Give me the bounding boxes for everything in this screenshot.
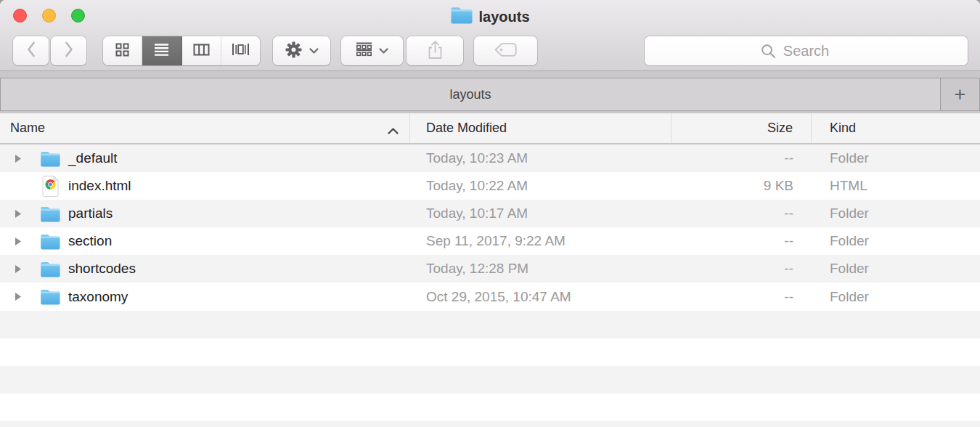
file-kind: Folder <box>812 261 980 277</box>
file-kind: Folder <box>812 150 980 166</box>
file-date: Sep 11, 2017, 9:22 AM <box>410 233 671 249</box>
arrange-menu-button[interactable] <box>341 36 403 65</box>
file-date: Oct 29, 2015, 10:47 AM <box>410 289 671 305</box>
icon-view-button[interactable] <box>103 36 142 65</box>
column-header-name[interactable]: Name <box>0 113 410 143</box>
zoom-button[interactable] <box>71 9 85 23</box>
icon-view-icon <box>115 43 129 60</box>
plus-icon: + <box>955 84 966 106</box>
empty-row <box>0 394 980 421</box>
chevron-left-icon <box>26 41 36 60</box>
tag-icon <box>494 41 518 61</box>
file-size: -- <box>671 289 812 305</box>
window-title-area: layouts <box>145 5 835 28</box>
file-size: -- <box>671 150 812 166</box>
file-name: partials <box>68 206 113 221</box>
empty-row <box>0 421 980 427</box>
search-input[interactable] <box>645 36 968 65</box>
tab-label: layouts <box>449 87 491 102</box>
column-view-button[interactable] <box>182 36 221 65</box>
list-view-button[interactable] <box>142 36 181 65</box>
file-date: Today, 10:23 AM <box>410 150 671 166</box>
file-name: section <box>68 233 112 249</box>
disclosure-triangle-icon[interactable] <box>13 291 24 302</box>
folder-icon <box>39 233 61 250</box>
action-menu-button[interactable] <box>273 36 330 65</box>
table-row[interactable]: taxonomy Oct 29, 2015, 10:47 AM -- Folde… <box>0 282 980 310</box>
empty-row <box>0 311 980 338</box>
file-date: Today, 12:28 PM <box>410 261 671 277</box>
folder-icon <box>39 261 61 277</box>
minimize-button[interactable] <box>42 9 56 23</box>
tab-bar: layouts + <box>0 71 980 113</box>
share-icon <box>427 40 444 62</box>
tags-button[interactable] <box>474 36 537 65</box>
column-view-icon <box>193 44 210 59</box>
file-size: -- <box>671 261 812 277</box>
window-title: layouts <box>478 9 529 25</box>
column-header-row: Name Date Modified Size Kind <box>0 113 980 145</box>
disclosure-spacer <box>13 181 24 192</box>
column-header-size[interactable]: Size <box>671 113 812 143</box>
folder-icon <box>39 288 61 305</box>
table-row[interactable]: shortcodes Today, 12:28 PM -- Folder <box>0 255 980 282</box>
coverflow-view-icon <box>232 43 250 59</box>
search-field[interactable] <box>645 36 968 65</box>
file-size: -- <box>671 206 812 221</box>
share-button[interactable] <box>407 36 463 65</box>
table-row[interactable]: index.html Today, 10:22 AM 9 KB HTML <box>0 172 980 200</box>
empty-row <box>0 366 980 394</box>
forward-button[interactable] <box>51 36 86 65</box>
column-header-kind[interactable]: Kind <box>812 113 980 143</box>
folder-icon <box>39 206 61 222</box>
view-mode-segmented-control <box>103 36 260 65</box>
folder-icon <box>450 6 473 28</box>
group-by-icon <box>356 42 372 60</box>
file-date: Today, 10:22 AM <box>410 178 671 194</box>
chevron-down-icon <box>379 44 388 57</box>
window-chrome: layouts <box>0 0 980 71</box>
file-name: index.html <box>68 178 131 194</box>
empty-row <box>0 338 980 366</box>
file-kind: HTML <box>812 178 980 194</box>
tab-layouts[interactable]: layouts <box>0 78 941 111</box>
file-size: -- <box>671 233 812 249</box>
chevron-down-icon <box>309 44 319 57</box>
table-row[interactable]: _default Today, 10:23 AM -- Folder <box>0 145 980 172</box>
file-name: _default <box>68 150 118 166</box>
file-list: _default Today, 10:23 AM -- Folder <box>0 145 980 427</box>
gear-icon <box>285 41 303 62</box>
chevron-right-icon <box>64 41 74 60</box>
file-name: taxonomy <box>68 289 128 305</box>
close-button[interactable] <box>13 9 27 23</box>
coverflow-view-button[interactable] <box>221 36 260 65</box>
disclosure-triangle-icon[interactable] <box>13 208 24 219</box>
file-kind: Folder <box>812 206 980 221</box>
list-view-icon <box>154 43 169 60</box>
file-date: Today, 10:17 AM <box>410 206 671 221</box>
back-button[interactable] <box>13 36 49 65</box>
table-row[interactable]: section Sep 11, 2017, 9:22 AM -- Folder <box>0 227 980 255</box>
disclosure-triangle-icon[interactable] <box>13 236 24 247</box>
disclosure-triangle-icon[interactable] <box>13 153 24 164</box>
file-name: shortcodes <box>68 261 136 277</box>
file-kind: Folder <box>812 233 980 249</box>
folder-icon <box>39 150 61 167</box>
finder-window: layouts <box>0 0 980 427</box>
file-kind: Folder <box>812 289 980 305</box>
chrome-html-file-icon <box>39 175 61 198</box>
disclosure-triangle-icon[interactable] <box>13 264 24 274</box>
table-row[interactable]: partials Today, 10:17 AM -- Folder <box>0 200 980 227</box>
sort-ascending-icon <box>387 123 399 139</box>
new-tab-button[interactable]: + <box>940 78 980 111</box>
file-size: 9 KB <box>671 178 812 194</box>
column-header-date-modified[interactable]: Date Modified <box>410 113 671 143</box>
